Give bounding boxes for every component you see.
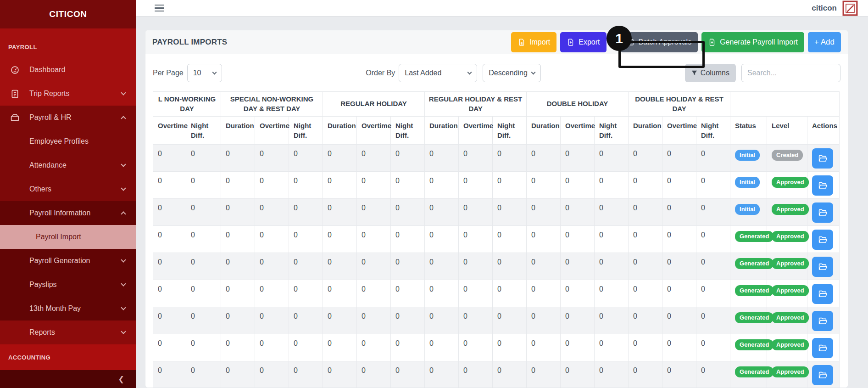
sidebar-item-reports[interactable]: Reports — [0, 321, 136, 344]
table-cell: 0 — [459, 145, 493, 172]
per-page-select[interactable]: 10 — [187, 64, 222, 82]
sidebar-item-attendance[interactable]: Attendance — [0, 153, 136, 177]
table-cell: 0 — [221, 172, 255, 199]
table-cell: 0 — [289, 253, 323, 280]
wallet-icon — [10, 113, 21, 123]
table-cell: 0 — [459, 172, 493, 199]
sidebar-section-label: ACCOUNTING — [8, 354, 50, 361]
sidebar-item-label: 13th Month Pay — [29, 304, 81, 313]
open-record-button[interactable] — [812, 175, 833, 196]
order-direction-select[interactable]: Descending — [483, 64, 541, 82]
order-by-select[interactable]: Last Added — [399, 64, 477, 82]
table-cell: 0 — [527, 334, 561, 361]
folder-open-icon — [818, 153, 828, 163]
table-column-header: Duration — [629, 117, 662, 145]
sidebar-item-payslips[interactable]: Payslips — [0, 273, 136, 297]
status-badge: Generated — [735, 312, 773, 323]
status-badge: Generated — [735, 366, 773, 377]
table-row: 00000000000000000GeneratedApproved — [153, 361, 840, 388]
table-controls: Per Page 10 Order By Last Added Descendi… — [145, 54, 848, 91]
open-record-button[interactable] — [812, 284, 833, 304]
table-cell: 0 — [323, 307, 357, 334]
table-cell: 0 — [289, 334, 323, 361]
sidebar-item-employee-profiles[interactable]: Employee Profiles — [0, 129, 136, 153]
table-cell: 0 — [493, 253, 527, 280]
table-cell: 0 — [153, 226, 186, 253]
add-button[interactable]: + Add — [808, 32, 841, 52]
level-cell: Approved — [767, 199, 807, 226]
open-record-button[interactable] — [812, 230, 833, 250]
table-cell: 0 — [595, 334, 629, 361]
table-cell: 0 — [696, 172, 730, 199]
sidebar-item-payroll-information[interactable]: Payroll Information — [0, 201, 136, 225]
table-cell: 0 — [186, 172, 221, 199]
table-cell: 0 — [629, 226, 662, 253]
table-cell: 0 — [595, 145, 629, 172]
table-cell: 0 — [595, 280, 629, 307]
per-page-label: Per Page — [153, 69, 184, 77]
table-cell: 0 — [493, 334, 527, 361]
import-button[interactable]: Import — [511, 32, 556, 52]
table-cell: 0 — [153, 145, 186, 172]
status-cell: Generated — [730, 361, 767, 388]
sidebar-item-13th-month-pay[interactable]: 13th Month Pay — [0, 297, 136, 321]
table-row: 00000000000000000GeneratedApproved — [153, 334, 840, 361]
table-cell: 0 — [153, 172, 186, 199]
open-record-button[interactable] — [812, 202, 833, 223]
search-input[interactable] — [741, 64, 840, 82]
sidebar-item-label: Attendance — [29, 161, 67, 169]
open-record-button[interactable] — [812, 338, 833, 358]
folder-open-icon — [818, 289, 828, 299]
status-badge: Generated — [735, 339, 773, 350]
table-group-header — [730, 92, 840, 117]
sidebar-item-payroll-import[interactable]: Payroll Import — [0, 225, 136, 249]
level-badge: Approved — [772, 312, 809, 323]
table-cell: 0 — [425, 172, 459, 199]
sidebar-item-others[interactable]: Others — [0, 177, 136, 201]
folder-open-icon — [818, 262, 828, 272]
open-record-button[interactable] — [812, 311, 833, 331]
table-cell: 0 — [221, 280, 255, 307]
table-cell: 0 — [425, 307, 459, 334]
batch-approvals-button[interactable]: Batch Approvals — [620, 32, 698, 52]
level-cell: Approved — [767, 172, 807, 199]
folder-open-icon — [818, 180, 828, 191]
table-column-header: Night Diff. — [391, 117, 425, 145]
table-cell: 0 — [595, 172, 629, 199]
hamburger-menu-icon[interactable] — [153, 3, 166, 14]
table-cell: 0 — [696, 334, 730, 361]
sidebar: CITICON PAYROLLDashboardTrip ReportsPayr… — [0, 0, 136, 388]
table-cell: 0 — [459, 199, 493, 226]
level-cell: Approved — [767, 280, 807, 307]
page-content: PAYROLL IMPORTS Import Export Batch Appr… — [136, 16, 868, 388]
sidebar-item-trip-reports[interactable]: Trip Reports — [0, 82, 136, 106]
open-record-button[interactable] — [812, 148, 833, 169]
actions-cell — [807, 334, 840, 361]
sidebar-collapse-button[interactable]: ❮ — [0, 370, 136, 388]
columns-button[interactable]: Columns — [685, 64, 736, 82]
sidebar-item-payroll-generation[interactable]: Payroll Generation — [0, 249, 136, 273]
table-group-header: DOUBLE HOLIDAY & REST DAY — [629, 92, 730, 117]
level-cell: Approved — [767, 307, 807, 334]
sidebar-item-dashboard[interactable]: Dashboard — [0, 58, 136, 82]
table-cell: 0 — [153, 334, 186, 361]
table-cell: 0 — [527, 253, 561, 280]
table-cell: 0 — [527, 145, 561, 172]
table-cell: 0 — [357, 253, 391, 280]
table-cell: 0 — [425, 253, 459, 280]
actions-cell — [807, 145, 840, 172]
user-name[interactable]: citicon — [812, 4, 837, 13]
table-cell: 0 — [595, 253, 629, 280]
sidebar-item-payroll-hr[interactable]: Payroll & HR — [0, 106, 136, 129]
open-record-button[interactable] — [812, 257, 833, 277]
generate-payroll-import-button[interactable]: Generate Payroll Import — [701, 32, 804, 52]
table-cell: 0 — [662, 199, 696, 226]
table-cell: 0 — [357, 307, 391, 334]
table-cell: 0 — [493, 361, 527, 388]
table-cell: 0 — [289, 280, 323, 307]
sidebar-item-label: Reports — [29, 328, 55, 337]
table-cell: 0 — [391, 307, 425, 334]
table-cell: 0 — [391, 172, 425, 199]
open-record-button[interactable] — [812, 365, 833, 385]
export-button[interactable]: Export — [560, 32, 606, 52]
